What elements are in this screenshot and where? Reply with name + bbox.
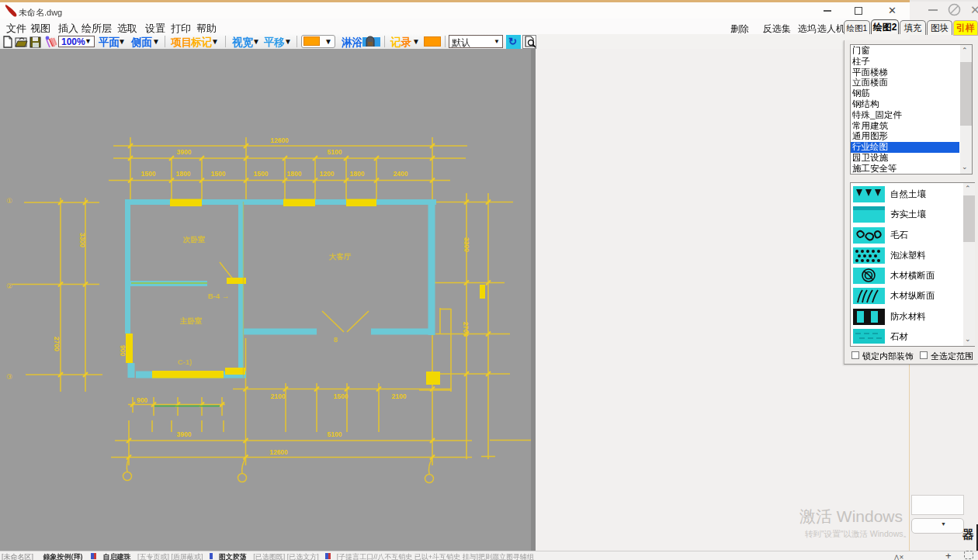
svg-text:2700: 2700 bbox=[53, 337, 61, 351]
svg-text:2700: 2700 bbox=[462, 322, 470, 337]
svg-text:1500: 1500 bbox=[254, 170, 269, 178]
svg-text:3300: 3300 bbox=[78, 233, 86, 247]
svg-text:1500: 1500 bbox=[211, 170, 226, 178]
svg-text:②: ② bbox=[6, 282, 12, 290]
svg-text:3900: 3900 bbox=[177, 148, 192, 156]
svg-text:次卧室: 次卧室 bbox=[183, 235, 206, 244]
svg-text:3900: 3900 bbox=[177, 430, 192, 438]
svg-text:3300: 3300 bbox=[463, 237, 470, 252]
svg-text:12600: 12600 bbox=[270, 137, 289, 144]
svg-text:900: 900 bbox=[119, 345, 127, 356]
svg-text:8: 8 bbox=[334, 335, 338, 344]
svg-text:2400: 2400 bbox=[394, 170, 408, 178]
svg-text:2100: 2100 bbox=[271, 392, 286, 400]
svg-text:C-1): C-1) bbox=[178, 358, 192, 366]
svg-text:大客厅: 大客厅 bbox=[329, 252, 352, 261]
svg-text:1800: 1800 bbox=[350, 170, 365, 178]
svg-text:①: ① bbox=[6, 197, 12, 205]
svg-text:B-4 →: B-4 → bbox=[208, 292, 229, 300]
svg-text:1800: 1800 bbox=[287, 170, 302, 178]
svg-text:主卧室: 主卧室 bbox=[179, 316, 203, 325]
svg-text:1500: 1500 bbox=[141, 170, 156, 178]
svg-text:12600: 12600 bbox=[269, 448, 288, 456]
svg-text:900: 900 bbox=[137, 396, 147, 404]
svg-text:1800: 1800 bbox=[176, 170, 191, 178]
svg-text:2100: 2100 bbox=[392, 392, 407, 400]
svg-text:1500: 1500 bbox=[334, 392, 349, 400]
svg-text:1200: 1200 bbox=[320, 170, 335, 178]
svg-text:③: ③ bbox=[6, 373, 12, 381]
svg-text:5100: 5100 bbox=[328, 430, 342, 438]
svg-text:5100: 5100 bbox=[328, 148, 342, 156]
